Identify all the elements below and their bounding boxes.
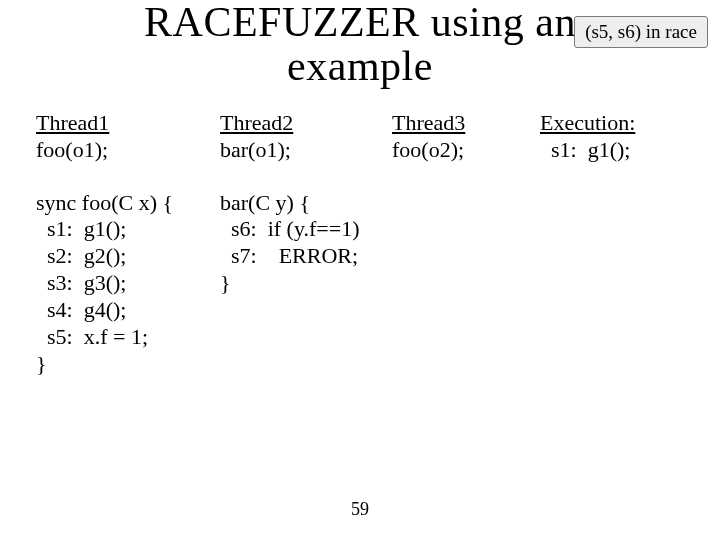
title-line-2: example <box>287 43 433 89</box>
column-thread2: Thread2 bar(o1); bar(C y) { s6: if (y.f=… <box>220 110 392 377</box>
thread2-call: bar(o1); <box>220 137 392 164</box>
thread1-call: foo(o1); <box>36 137 220 164</box>
page-number: 59 <box>0 499 720 520</box>
thread3-call: foo(o2); <box>392 137 540 164</box>
execution-header: Execution: <box>540 110 690 137</box>
column-execution: Execution: s1: g1(); <box>540 110 690 377</box>
thread2-header: Thread2 <box>220 110 392 137</box>
columns: Thread1 foo(o1); sync foo(C x) { s1: g1(… <box>36 110 696 377</box>
column-thread3: Thread3 foo(o2); <box>392 110 540 377</box>
thread3-header: Thread3 <box>392 110 540 137</box>
thread2-body: bar(C y) { s6: if (y.f==1) s7: ERROR; } <box>220 190 392 297</box>
title-line-1: RACEFUZZER using an <box>144 0 576 45</box>
thread1-body: sync foo(C x) { s1: g1(); s2: g2(); s3: … <box>36 190 220 378</box>
race-badge: (s5, s6) in race <box>574 16 708 48</box>
column-thread1: Thread1 foo(o1); sync foo(C x) { s1: g1(… <box>36 110 220 377</box>
execution-line: s1: g1(); <box>540 137 690 164</box>
thread1-header: Thread1 <box>36 110 220 137</box>
